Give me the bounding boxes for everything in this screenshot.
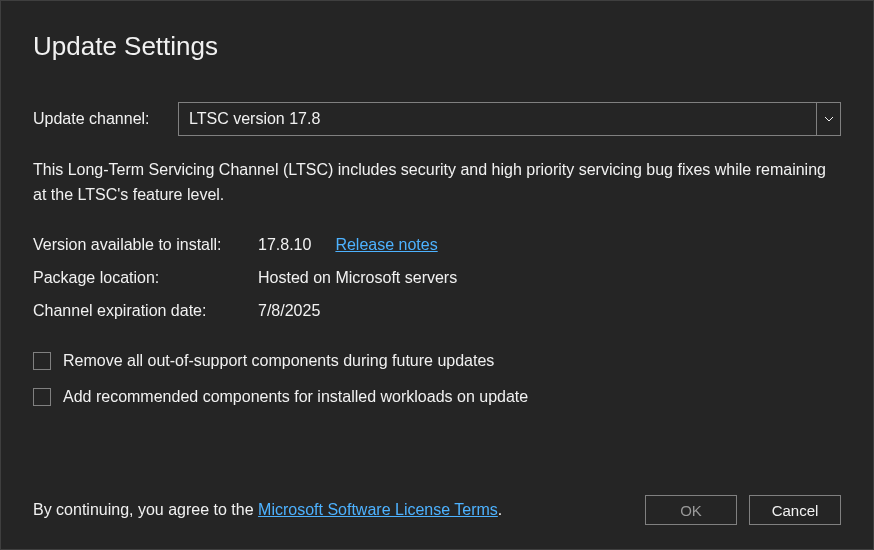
- add-recommended-row: Add recommended components for installed…: [33, 388, 841, 406]
- channel-expiration-value: 7/8/2025: [258, 302, 841, 320]
- update-channel-label: Update channel:: [33, 110, 178, 128]
- license-terms-link[interactable]: Microsoft Software License Terms: [258, 501, 498, 518]
- version-available-value-row: 17.8.10 Release notes: [258, 236, 841, 254]
- ok-button[interactable]: OK: [645, 495, 737, 525]
- channel-description: This Long-Term Servicing Channel (LTSC) …: [33, 158, 841, 208]
- dialog-title: Update Settings: [33, 31, 841, 62]
- update-channel-select[interactable]: LTSC version 17.8: [178, 102, 841, 136]
- version-available-value: 17.8.10: [258, 236, 311, 254]
- dialog-footer: By continuing, you agree to the Microsof…: [33, 495, 841, 525]
- cancel-button[interactable]: Cancel: [749, 495, 841, 525]
- remove-out-of-support-row: Remove all out-of-support components dur…: [33, 352, 841, 370]
- release-notes-link[interactable]: Release notes: [335, 236, 437, 254]
- channel-expiration-label: Channel expiration date:: [33, 302, 258, 320]
- license-suffix: .: [498, 501, 502, 518]
- package-location-value: Hosted on Microsoft servers: [258, 269, 841, 287]
- license-prefix: By continuing, you agree to the: [33, 501, 258, 518]
- dialog-buttons: OK Cancel: [645, 495, 841, 525]
- dropdown-arrow-icon[interactable]: [816, 103, 840, 135]
- update-channel-value: LTSC version 17.8: [179, 103, 816, 135]
- remove-out-of-support-label: Remove all out-of-support components dur…: [63, 352, 494, 370]
- remove-out-of-support-checkbox[interactable]: [33, 352, 51, 370]
- version-available-label: Version available to install:: [33, 236, 258, 254]
- update-settings-dialog: Update Settings Update channel: LTSC ver…: [0, 0, 874, 550]
- info-grid: Version available to install: 17.8.10 Re…: [33, 236, 841, 320]
- add-recommended-checkbox[interactable]: [33, 388, 51, 406]
- update-channel-row: Update channel: LTSC version 17.8: [33, 102, 841, 136]
- license-agreement-text: By continuing, you agree to the Microsof…: [33, 501, 502, 519]
- add-recommended-label: Add recommended components for installed…: [63, 388, 528, 406]
- package-location-label: Package location:: [33, 269, 258, 287]
